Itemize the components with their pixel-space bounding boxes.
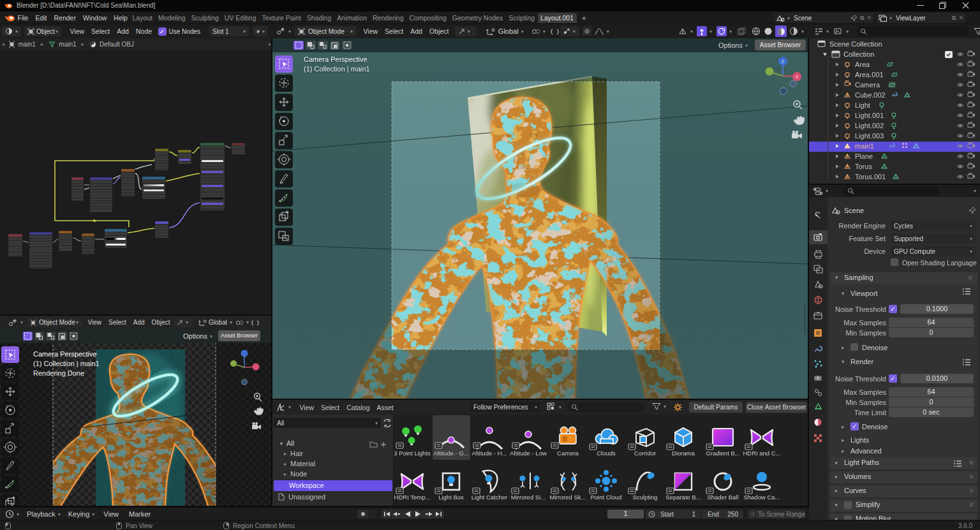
svg-text:Light Catcher: Light Catcher [471,494,508,501]
svg-text:Area: Area [855,61,870,68]
svg-text:HDRI Temp...: HDRI Temp... [394,494,430,501]
svg-text:Scene Collection: Scene Collection [829,40,882,48]
svg-text:Light.001: Light.001 [855,112,884,119]
svg-text:Camera: Camera [855,81,880,89]
svg-text:Point Cloud: Point Cloud [590,494,621,501]
svg-text:HDRI and C...: HDRI and C... [743,450,780,457]
svg-text:Clouds: Clouds [597,450,616,457]
svg-text:Collection: Collection [843,50,874,58]
svg-text:Diorama: Diorama [672,450,695,457]
svg-text:Shadow Ca...: Shadow Ca... [743,494,780,501]
svg-text:Corridor: Corridor [634,450,656,457]
svg-text:Altitude - H...: Altitude - H... [472,450,507,457]
svg-text:Altitude - Low: Altitude - Low [510,450,547,457]
svg-text:Torus.001: Torus.001 [855,173,886,180]
svg-text:Plane: Plane [855,152,873,160]
svg-text:Mirrored Sk...: Mirrored Sk... [549,494,586,501]
svg-text:Light: Light [855,101,870,109]
svg-text:Mirrored Si...: Mirrored Si... [511,494,546,501]
svg-text:3 Point Lights: 3 Point Lights [394,450,431,457]
svg-text:Torus: Torus [855,163,872,170]
svg-text:Separate B...: Separate B... [665,494,701,501]
svg-text:X: X [796,75,799,79]
svg-text:Cube.002: Cube.002 [855,91,886,99]
svg-text:Z: Z [782,59,785,64]
svg-text:Altitude - G...: Altitude - G... [433,450,468,457]
svg-text:main1: main1 [855,142,874,150]
svg-text:Light Box: Light Box [438,494,464,501]
svg-text:Light.002: Light.002 [855,122,884,129]
svg-text:Gradient B...: Gradient B... [706,450,739,457]
svg-text:Camera: Camera [557,450,579,457]
svg-text:Area.001: Area.001 [855,71,884,78]
svg-text:Sculpting: Sculpting [632,494,657,501]
svg-text:Shader Ball: Shader Ball [707,494,738,501]
svg-text:Light.003: Light.003 [855,132,884,140]
